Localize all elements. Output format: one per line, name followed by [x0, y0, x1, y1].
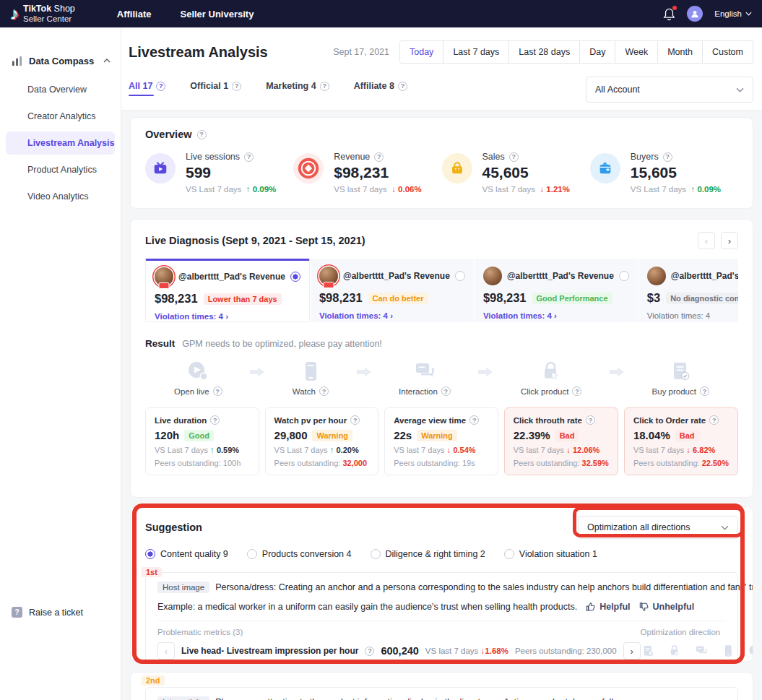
question-icon[interactable]: ?	[374, 152, 384, 162]
radio-icon	[145, 549, 155, 559]
diagnosis-card-1[interactable]: @albertttt_Pad's Revenue $98,231 Lower t…	[145, 259, 310, 322]
nav-link-seller-university[interactable]: Seller University	[180, 9, 254, 20]
helpful-button[interactable]: Helpful	[586, 602, 630, 612]
question-icon[interactable]: ?	[213, 386, 222, 396]
sidebar-item-creator-analytics[interactable]: Creator Analytics	[6, 105, 115, 128]
diagnosis-prev-button[interactable]: ‹	[698, 232, 715, 249]
interaction-icon	[694, 644, 709, 658]
diagnosis-card-4[interactable]: @albertttt_Pad's $3 No diagnostic con Vi…	[638, 259, 738, 322]
thumbs-down-icon	[639, 602, 649, 612]
question-icon[interactable]: ?	[572, 386, 581, 396]
violation-times-link[interactable]: Violation times: 4 ›	[483, 311, 629, 320]
status-badge: Warning	[312, 430, 352, 441]
down-arrow-icon: ↓	[540, 185, 544, 194]
question-icon[interactable]: ?	[350, 415, 360, 425]
range-button-custom[interactable]: Custom	[702, 40, 753, 64]
question-icon[interactable]: ?	[320, 82, 329, 91]
question-icon[interactable]: ?	[709, 415, 719, 425]
up-arrow-icon: ↑	[246, 185, 251, 194]
filter-products-conversion[interactable]: Products conversion 4	[247, 549, 352, 559]
violation-times-link[interactable]: Violation times: 4 ›	[319, 311, 465, 320]
top-navbar: ♪ TikTok Shop Seller Center Affiliate Se…	[0, 0, 762, 27]
language-selector[interactable]: English	[714, 9, 752, 18]
tiktok-shop-logo[interactable]: ♪ TikTok Shop Seller Center	[10, 4, 75, 24]
metric-card-click-to-order-rate: Click to Order rate? 18.04%Bad VS last 7…	[624, 407, 738, 475]
funnel-step-watch: Watch?	[293, 359, 329, 396]
stat-revenue: Revenue? $98,231 VS last 7 days ↓ 0.06%	[293, 152, 441, 194]
range-button-last-7-days[interactable]: Last 7 days	[443, 40, 509, 64]
creator-avatar	[155, 267, 173, 286]
carousel-prev-button[interactable]: ‹	[157, 642, 175, 660]
range-button-last-28-days[interactable]: Last 28 days	[508, 40, 580, 64]
category-tag: Host image	[157, 582, 209, 593]
sidebar-item-data-overview[interactable]: Data Overview	[6, 78, 115, 101]
question-icon[interactable]: ?	[469, 415, 479, 425]
violation-times-text: Violation times: 4	[647, 311, 738, 320]
suggestion-card-1: 1st Host image Persona/dress: Creating a…	[145, 572, 738, 662]
down-arrow-icon: ↓	[566, 446, 571, 454]
sidebar-item-product-analytics[interactable]: Product Analytics	[6, 158, 115, 181]
card-radio[interactable]	[619, 271, 629, 281]
unhelpful-button[interactable]: Unhelpful	[639, 602, 695, 612]
carousel-next-button[interactable]: ›	[623, 642, 641, 660]
account-select[interactable]: All Account	[586, 77, 753, 103]
overview-title: Overview	[145, 129, 192, 140]
user-avatar[interactable]	[687, 6, 703, 22]
tab-official[interactable]: Official 1?	[190, 77, 241, 103]
range-button-today[interactable]: Today	[399, 40, 443, 64]
status-badge: No diagnostic con	[666, 293, 738, 304]
funnel-step-open-live: Open live?	[174, 359, 222, 396]
stat-live-sessions: Live sessions? 599 VS Last 7 days ↑ 0.09…	[145, 152, 293, 194]
question-icon[interactable]: ?	[232, 82, 241, 91]
raise-ticket-label: Raise a ticket	[29, 608, 83, 618]
question-icon[interactable]: ?	[441, 386, 451, 396]
card-radio[interactable]	[455, 271, 465, 281]
question-icon[interactable]: ?	[210, 415, 220, 425]
filter-content-quality[interactable]: Content quality 9	[145, 549, 228, 559]
arrow-right-icon	[608, 366, 625, 378]
sidebar-item-video-analytics[interactable]: Video Analytics	[6, 185, 115, 208]
up-arrow-icon: ↑	[210, 446, 215, 454]
violation-times-link[interactable]: Violation times: 4 ›	[155, 312, 300, 321]
overview-stats: Live sessions? 599 VS Last 7 days ↑ 0.09…	[145, 152, 738, 194]
stat-value: $98,231	[334, 164, 421, 181]
question-icon[interactable]: ?	[156, 82, 165, 91]
diagnosis-card-2[interactable]: @albertttt_Pad's Revenue $98,231 Can do …	[311, 259, 474, 322]
app-window: ♪ TikTok Shop Seller Center Affiliate Se…	[0, 0, 762, 700]
question-icon[interactable]: ?	[509, 152, 519, 162]
revenue-icon	[293, 153, 324, 183]
status-badge: Bad	[555, 430, 579, 441]
question-icon[interactable]: ?	[663, 152, 672, 162]
down-arrow-icon: ↓	[686, 446, 690, 454]
question-icon[interactable]: ?	[586, 415, 595, 425]
raise-a-ticket[interactable]: ? Raise a ticket	[0, 607, 83, 618]
tab-affiliate[interactable]: Affiliate 8?	[354, 77, 407, 103]
tab-marketing[interactable]: Marketing 4?	[266, 77, 329, 103]
tab-all[interactable]: All 17?	[129, 77, 165, 103]
radio-icon	[371, 549, 381, 559]
question-icon[interactable]: ?	[197, 130, 207, 139]
nav-link-affiliate[interactable]: Affiliate	[117, 9, 152, 20]
creator-handle: @albertttt_Pad's Revenue	[343, 271, 450, 281]
question-icon[interactable]: ?	[319, 386, 329, 396]
question-icon[interactable]: ?	[244, 152, 254, 162]
optimization-direction-select[interactable]: Optimization all directions	[578, 516, 738, 539]
range-button-day[interactable]: Day	[579, 40, 615, 64]
question-icon[interactable]: ?	[700, 386, 709, 396]
diagnosis-next-button[interactable]: ›	[721, 232, 738, 249]
sidebar-section-data-compass[interactable]: Data Compass	[0, 53, 121, 68]
notification-bell-icon[interactable]	[663, 7, 675, 21]
range-button-week[interactable]: Week	[615, 40, 658, 64]
filter-violation-situation[interactable]: Violation situation 1	[504, 549, 597, 559]
range-button-month[interactable]: Month	[657, 40, 703, 64]
diagnosis-card-3[interactable]: @albertttt_Pad's Revenue $98,231 Good Pe…	[475, 259, 638, 322]
sidebar-item-livestream-analysis[interactable]: Livestream Analysis	[6, 131, 115, 155]
funnel-step-interaction: Interaction?	[399, 359, 451, 396]
question-icon[interactable]: ?	[398, 82, 407, 91]
question-icon[interactable]: ?	[365, 647, 374, 656]
filter-diligence-timing[interactable]: Diligence & right timing 2	[371, 549, 485, 559]
sales-icon	[442, 153, 472, 183]
card-radio[interactable]	[290, 272, 300, 282]
live-diagnosis-title: Live Diagnosis (Sept 9, 2021 - Sept 15, …	[145, 235, 365, 246]
open-live-icon	[748, 644, 753, 658]
